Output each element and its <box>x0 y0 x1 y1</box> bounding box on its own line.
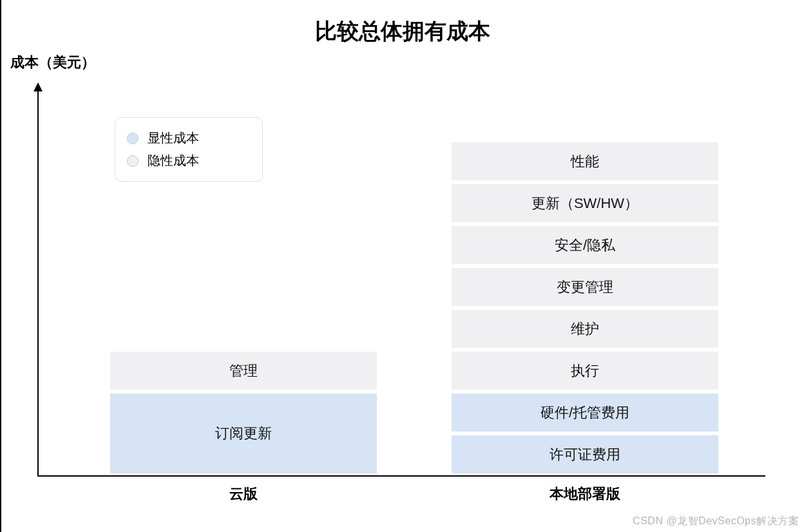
y-axis-line <box>37 84 39 477</box>
y-axis-arrow-icon <box>34 82 43 91</box>
legend-label-explicit: 显性成本 <box>148 129 199 147</box>
category-cloud: 云版 <box>108 484 379 504</box>
legend-item-explicit: 显性成本 <box>127 127 251 149</box>
legend-label-hidden: 隐性成本 <box>148 152 199 169</box>
legend-item-hidden: 隐性成本 <box>127 149 251 172</box>
chart-area: 显性成本 隐性成本 订阅更新 管理 许可证费用 硬件/托管费用 执行 维护 变更… <box>37 84 765 477</box>
circle-icon <box>127 155 139 167</box>
y-axis-label: 成本（美元） <box>10 53 95 72</box>
segment-management: 管理 <box>108 350 379 392</box>
bar-onprem: 许可证费用 硬件/托管费用 执行 维护 变更管理 安全/隐私 更新（SW/HW）… <box>450 140 720 475</box>
segment-execute: 执行 <box>450 350 720 392</box>
segment-performance: 性能 <box>450 140 720 182</box>
chart-title: 比较总体拥有成本 <box>1 17 804 46</box>
legend: 显性成本 隐性成本 <box>115 117 263 182</box>
segment-updates: 更新（SW/HW） <box>450 182 720 224</box>
segment-change-mgmt: 变更管理 <box>450 266 720 308</box>
segment-maintain: 维护 <box>450 308 720 350</box>
segment-security: 安全/隐私 <box>450 224 720 266</box>
x-axis-line <box>37 475 765 477</box>
watermark: CSDN @龙智DevSecOps解决方案 <box>633 515 799 528</box>
circle-icon <box>127 133 139 144</box>
bar-cloud: 订阅更新 管理 <box>108 350 379 475</box>
segment-subscription: 订阅更新 <box>108 392 379 475</box>
segment-hw-hosting: 硬件/托管费用 <box>450 392 720 433</box>
segment-license: 许可证费用 <box>450 433 720 475</box>
category-onprem: 本地部署版 <box>450 484 720 504</box>
